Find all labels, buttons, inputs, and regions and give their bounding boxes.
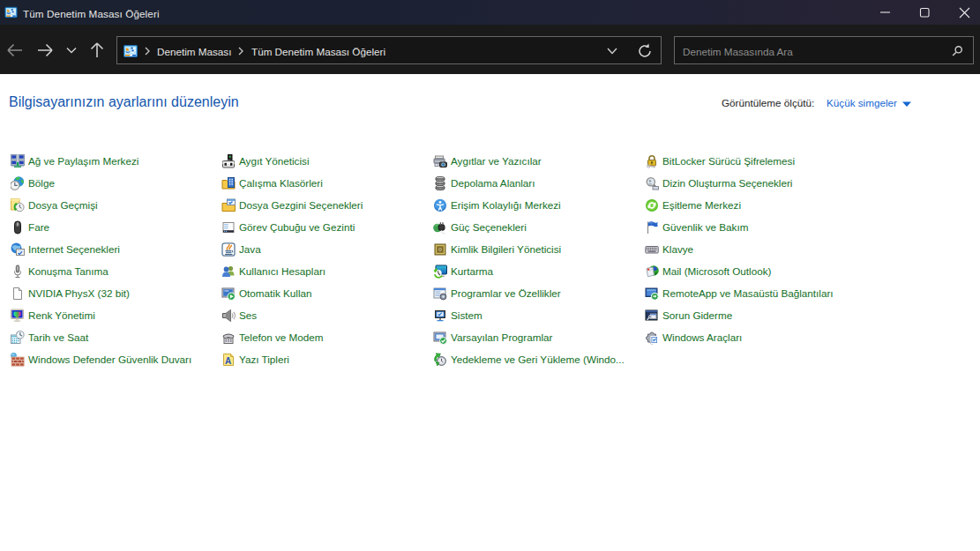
- svg-text:A: A: [225, 356, 231, 366]
